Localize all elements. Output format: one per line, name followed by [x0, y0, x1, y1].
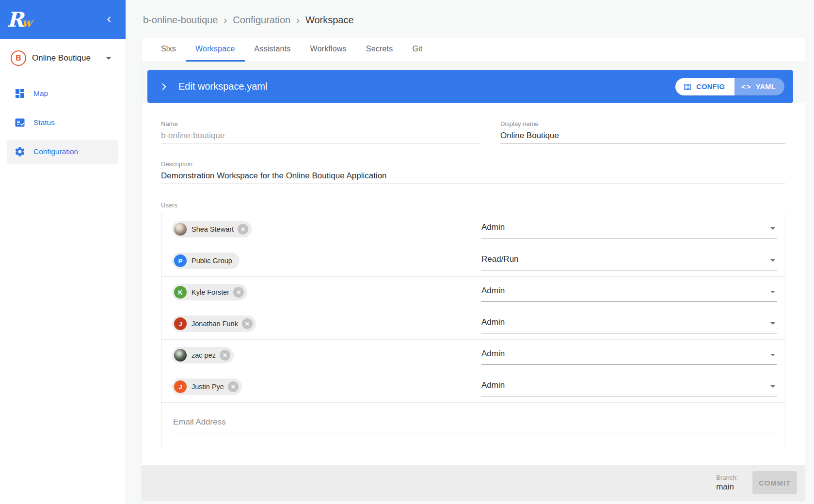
role-value: Admin — [481, 346, 777, 359]
yaml-view-button[interactable]: <> YAML — [734, 78, 784, 95]
app-logo: Rw — [7, 8, 32, 32]
dropdown-caret-icon — [770, 227, 775, 230]
role-select[interactable]: Admin — [481, 283, 777, 302]
sidebar-item-label: Status — [33, 118, 55, 127]
user-row: K Kyle Forster × Admin — [161, 276, 785, 308]
sidebar-header: Rw — [0, 0, 126, 39]
display-name-field[interactable] — [500, 131, 785, 144]
avatar: J — [174, 317, 187, 330]
dropdown-caret-icon — [770, 385, 775, 388]
tab-secrets[interactable]: Secrets — [356, 38, 403, 62]
gear-icon — [14, 146, 26, 158]
logo-r-glyph: R — [7, 8, 24, 32]
logo-w-glyph: w — [22, 16, 32, 30]
user-chip-kyle-forster[interactable]: K Kyle Forster × — [172, 284, 247, 300]
code-brackets-icon: <> — [741, 82, 752, 91]
config-view-label: CONFIG — [696, 83, 725, 91]
breadcrumb-item-current: Workspace — [305, 15, 354, 26]
workspace-selector[interactable]: B Online Boutique — [0, 47, 126, 69]
sidebar-item-label: Map — [33, 89, 48, 98]
email-address-input[interactable] — [172, 417, 777, 432]
remove-user-icon[interactable]: × — [228, 381, 239, 392]
workspace-avatar: B — [11, 50, 26, 66]
config-view-button[interactable]: CONFIG — [675, 78, 734, 95]
dropdown-caret-icon — [770, 354, 775, 356]
branch-info: Branch: main — [716, 474, 738, 492]
user-row: J Jonathan Funk × Admin — [161, 308, 785, 339]
avatar — [174, 223, 187, 236]
description-field-label: Description — [161, 160, 785, 168]
role-select[interactable]: Admin — [481, 315, 777, 333]
user-name: Justin Pye — [192, 383, 224, 391]
remove-user-icon[interactable]: × — [242, 318, 253, 329]
tab-workflows[interactable]: Workflows — [301, 38, 356, 62]
banner-section: Edit workspace.yaml CONFIG <> YAML — [142, 62, 805, 103]
remove-user-icon[interactable]: × — [233, 287, 244, 298]
user-row: Shea Stewart × Admin — [161, 213, 785, 245]
view-mode-toggle: CONFIG <> YAML — [675, 78, 784, 95]
user-chip-justin-pye[interactable]: J Justin Pye × — [172, 378, 242, 395]
user-row: zac pez × Admin — [161, 339, 785, 371]
display-name-field-label: Display name — [500, 120, 785, 127]
tab-workspace[interactable]: Workspace — [186, 38, 245, 62]
tab-bar: Slxs Workspace Assistants Workflows Secr… — [142, 38, 805, 62]
tab-git[interactable]: Git — [402, 38, 432, 62]
workspace-form: Name Display name Description Users Shea… — [142, 103, 805, 449]
expand-chevron-right-icon[interactable] — [159, 82, 169, 92]
user-chip-zac-pez[interactable]: zac pez × — [172, 347, 234, 363]
role-value: Admin — [481, 220, 777, 232]
sidebar-collapse-button[interactable] — [103, 14, 115, 25]
user-chip-jonathan-funk[interactable]: J Jonathan Funk × — [172, 315, 256, 332]
user-name: Jonathan Funk — [192, 320, 238, 328]
user-name: Public Group — [192, 257, 232, 265]
status-checklist-icon — [14, 117, 26, 128]
role-select[interactable]: Read/Run — [481, 252, 777, 270]
user-chip-shea-stewart[interactable]: Shea Stewart × — [172, 221, 252, 237]
banner-title: Edit workspace.yaml — [178, 81, 267, 92]
tab-slxs[interactable]: Slxs — [151, 38, 186, 62]
user-name: zac pez — [192, 351, 216, 359]
role-value: Admin — [481, 315, 777, 327]
name-field-label: Name — [161, 120, 481, 127]
sidebar-item-label: Configuration — [33, 147, 78, 156]
branch-value: main — [716, 482, 738, 492]
avatar: P — [174, 254, 187, 267]
breadcrumb-item-configuration[interactable]: Configuration — [233, 15, 290, 26]
user-row: J Justin Pye × Admin — [161, 371, 785, 402]
yaml-view-label: YAML — [756, 83, 776, 91]
role-value: Read/Run — [481, 252, 777, 264]
config-list-icon — [683, 82, 692, 91]
map-dashboard-icon — [14, 88, 26, 99]
remove-user-icon[interactable]: × — [238, 224, 248, 235]
add-user-row — [161, 402, 785, 449]
breadcrumb: b-online-boutique › Configuration › Work… — [143, 15, 354, 26]
role-select[interactable]: Admin — [481, 378, 777, 396]
commit-button[interactable]: COMMIT — [752, 471, 797, 494]
user-chip-public-group[interactable]: P Public Group × — [172, 252, 239, 269]
dropdown-caret-icon — [770, 259, 775, 262]
user-row: P Public Group × Read/Run — [161, 245, 785, 276]
configuration-card: Slxs Workspace Assistants Workflows Secr… — [142, 38, 805, 500]
name-field — [161, 131, 481, 144]
role-select[interactable]: Admin — [481, 220, 777, 238]
chevron-down-icon — [106, 57, 111, 60]
sidebar-item-configuration[interactable]: Configuration — [7, 140, 118, 164]
description-field[interactable] — [161, 171, 785, 184]
commit-bar: Branch: main COMMIT — [142, 465, 805, 500]
users-section-label: Users — [161, 202, 785, 209]
user-name: Shea Stewart — [192, 225, 234, 233]
branch-label: Branch: — [716, 474, 738, 481]
tab-assistants[interactable]: Assistants — [245, 38, 301, 62]
sidebar: Rw B Online Boutique Map Status Configur… — [0, 0, 126, 504]
dropdown-caret-icon — [770, 322, 775, 325]
sidebar-item-status[interactable]: Status — [7, 110, 118, 135]
chevron-left-icon — [105, 16, 113, 23]
breadcrumb-separator: › — [224, 15, 227, 26]
sidebar-item-map[interactable]: Map — [7, 81, 118, 106]
role-select[interactable]: Admin — [481, 346, 777, 365]
avatar — [174, 349, 187, 362]
breadcrumb-item-workspace-id[interactable]: b-online-boutique — [143, 15, 218, 26]
edit-workspace-banner: Edit workspace.yaml CONFIG <> YAML — [147, 70, 793, 103]
avatar: K — [174, 286, 187, 299]
remove-user-icon[interactable]: × — [220, 350, 230, 361]
